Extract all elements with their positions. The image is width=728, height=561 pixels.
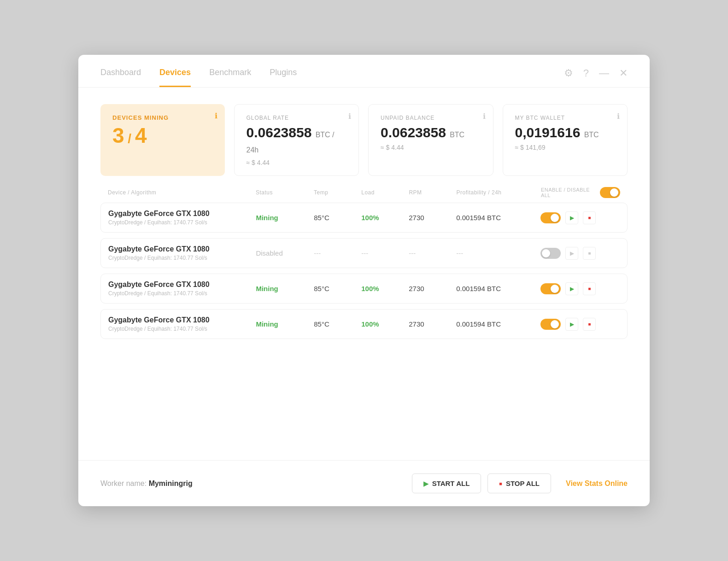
stat-card-devices: ℹ DEVICES MINING 3 / 4 bbox=[100, 104, 225, 176]
wallet-label: MY BTC WALLET bbox=[515, 115, 616, 121]
device-name-2: Gygabyte GeForce GTX 1080 bbox=[108, 245, 256, 253]
col-header-rpm: RPM bbox=[409, 189, 456, 196]
enable-disable-label: ENABLE / DISABLE ALL bbox=[541, 187, 595, 198]
rpm-1: 2730 bbox=[409, 214, 424, 222]
stop-button-3[interactable]: ■ bbox=[583, 282, 596, 295]
table-row: Gygabyte GeForce GTX 1080 CryptoDredge /… bbox=[100, 203, 628, 233]
play-button-1[interactable]: ▶ bbox=[565, 211, 578, 224]
global-rate-value: 0.0623858 BTC / 24h bbox=[247, 125, 347, 155]
unpaid-sub: ≈ $ 4.44 bbox=[381, 144, 481, 151]
device-algo-4: CryptoDredge / Equihash: 1740.77 Sol/s bbox=[108, 326, 256, 332]
devices-count: 3 / 4 bbox=[112, 125, 213, 146]
help-icon[interactable]: ? bbox=[583, 68, 589, 78]
unpaid-value: 0.0623858 BTC bbox=[381, 125, 481, 140]
tab-benchmark[interactable]: Benchmark bbox=[209, 68, 251, 87]
load-3: 100% bbox=[361, 285, 379, 292]
close-icon[interactable]: ✕ bbox=[619, 68, 628, 78]
load-2: --- bbox=[361, 249, 368, 257]
window-controls: ⚙ ? — ✕ bbox=[564, 68, 628, 87]
stats-section: ℹ DEVICES MINING 3 / 4 ℹ GLOBAL RATE 0.0… bbox=[78, 88, 650, 187]
unpaid-label: UNPAID BALANCE bbox=[381, 115, 481, 121]
info-icon-unpaid: ℹ bbox=[483, 112, 486, 121]
device-toggle-3[interactable] bbox=[540, 283, 561, 294]
tab-devices[interactable]: Devices bbox=[159, 68, 191, 87]
status-3: Mining bbox=[256, 285, 278, 292]
temp-3: 85°C bbox=[314, 285, 329, 292]
start-all-button[interactable]: ▶ START ALL bbox=[412, 473, 481, 493]
device-table-section: Device / Algorithm Status Temp Load RPM … bbox=[78, 187, 650, 455]
nav-tabs: Dashboard Devices Benchmark Plugins bbox=[100, 68, 564, 87]
devices-label: DEVICES MINING bbox=[112, 114, 213, 121]
col-header-temp: Temp bbox=[314, 189, 361, 196]
stop-button-1[interactable]: ■ bbox=[583, 211, 596, 224]
worker-name: Myminingrig bbox=[149, 479, 193, 487]
stop-all-button[interactable]: ■ STOP ALL bbox=[487, 473, 551, 493]
col-header-profit: Profitability / 24h bbox=[457, 189, 541, 196]
device-name-3: Gygabyte GeForce GTX 1080 bbox=[108, 280, 256, 289]
temp-4: 85°C bbox=[314, 320, 329, 328]
info-icon-rate: ℹ bbox=[348, 112, 351, 121]
start-all-play-icon: ▶ bbox=[423, 480, 429, 487]
profit-3: 0.001594 BTC bbox=[456, 285, 501, 292]
stop-button-4[interactable]: ■ bbox=[583, 318, 596, 331]
status-1: Mining bbox=[256, 214, 278, 222]
info-icon-wallet: ℹ bbox=[617, 112, 620, 121]
app-window: Dashboard Devices Benchmark Plugins ⚙ ? … bbox=[78, 55, 650, 506]
settings-icon[interactable]: ⚙ bbox=[564, 68, 573, 78]
profit-1: 0.001594 BTC bbox=[456, 214, 501, 222]
temp-2: --- bbox=[314, 249, 321, 257]
table-row: Gygabyte GeForce GTX 1080 CryptoDredge /… bbox=[100, 309, 628, 339]
status-2: Disabled bbox=[256, 249, 282, 257]
device-algo-3: CryptoDredge / Equihash: 1740.77 Sol/s bbox=[108, 290, 256, 297]
global-rate-sub: ≈ $ 4.44 bbox=[247, 159, 347, 166]
play-button-3[interactable]: ▶ bbox=[565, 282, 578, 295]
minimize-icon[interactable]: — bbox=[599, 68, 609, 78]
stop-all-stop-icon: ■ bbox=[499, 481, 502, 486]
table-row: Gygabyte GeForce GTX 1080 CryptoDredge /… bbox=[100, 238, 628, 268]
footer-buttons: ▶ START ALL ■ STOP ALL bbox=[412, 473, 551, 493]
status-4: Mining bbox=[256, 320, 278, 328]
device-toggle-2[interactable] bbox=[540, 248, 561, 259]
device-toggle-1[interactable] bbox=[540, 212, 561, 223]
device-algo-1: CryptoDredge / Equihash: 1740.77 Sol/s bbox=[108, 219, 256, 226]
wallet-value: 0,0191616 BTC bbox=[515, 125, 616, 140]
nav-bar: Dashboard Devices Benchmark Plugins ⚙ ? … bbox=[78, 55, 650, 88]
enable-disable-all-toggle[interactable] bbox=[600, 187, 620, 198]
stop-button-2[interactable]: ■ bbox=[583, 247, 596, 260]
col-header-load: Load bbox=[361, 189, 409, 196]
rpm-2: --- bbox=[409, 249, 416, 257]
load-4: 100% bbox=[361, 320, 379, 328]
view-stats-link[interactable]: View Stats Online bbox=[566, 479, 628, 488]
rpm-4: 2730 bbox=[409, 320, 424, 328]
rpm-3: 2730 bbox=[409, 285, 424, 292]
tab-dashboard[interactable]: Dashboard bbox=[100, 68, 141, 87]
worker-label-text: Worker name: Myminingrig bbox=[100, 479, 193, 488]
info-icon-devices: ℹ bbox=[215, 111, 217, 120]
profit-4: 0.001594 BTC bbox=[456, 320, 501, 328]
play-button-2[interactable]: ▶ bbox=[565, 247, 578, 260]
device-toggle-4[interactable] bbox=[540, 319, 561, 330]
load-1: 100% bbox=[361, 214, 379, 222]
global-rate-label: GLOBAL RATE bbox=[247, 115, 347, 121]
device-name-1: Gygabyte GeForce GTX 1080 bbox=[108, 210, 256, 218]
play-button-4[interactable]: ▶ bbox=[565, 318, 578, 331]
stat-card-unpaid: ℹ UNPAID BALANCE 0.0623858 BTC ≈ $ 4.44 bbox=[368, 104, 493, 176]
col-header-device: Device / Algorithm bbox=[108, 189, 256, 196]
table-header: Device / Algorithm Status Temp Load RPM … bbox=[100, 187, 628, 203]
stat-card-global-rate: ℹ GLOBAL RATE 0.0623858 BTC / 24h ≈ $ 4.… bbox=[234, 104, 359, 176]
tab-plugins[interactable]: Plugins bbox=[270, 68, 297, 87]
wallet-sub: ≈ $ 141,69 bbox=[515, 144, 616, 151]
profit-2: --- bbox=[456, 249, 463, 257]
footer: Worker name: Myminingrig ▶ START ALL ■ S… bbox=[78, 460, 650, 506]
device-name-4: Gygabyte GeForce GTX 1080 bbox=[108, 316, 256, 324]
temp-1: 85°C bbox=[314, 214, 329, 222]
start-all-label: START ALL bbox=[432, 479, 470, 487]
stop-all-label: STOP ALL bbox=[506, 479, 540, 487]
table-row: Gygabyte GeForce GTX 1080 CryptoDredge /… bbox=[100, 274, 628, 304]
stat-card-wallet: ℹ MY BTC WALLET 0,0191616 BTC ≈ $ 141,69 bbox=[503, 104, 628, 176]
col-header-status: Status bbox=[256, 189, 314, 196]
device-algo-2: CryptoDredge / Equihash: 1740.77 Sol/s bbox=[108, 255, 256, 261]
col-header-enable-disable: ENABLE / DISABLE ALL bbox=[541, 187, 620, 198]
